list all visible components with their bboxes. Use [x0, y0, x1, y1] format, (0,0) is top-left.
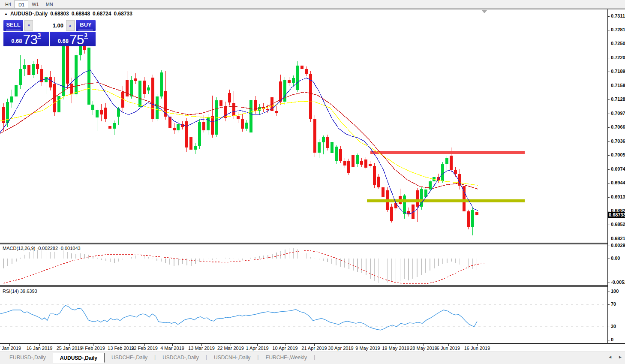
- macd-indicator-canvas[interactable]: [0, 245, 607, 285]
- tab-usdchf-daily[interactable]: USDCHF-,Daily: [105, 353, 154, 363]
- rsi-axis-label: 0: [611, 337, 613, 342]
- date-axis-label: 7 Jan 2019: [0, 346, 21, 351]
- axis-tick: [608, 72, 610, 72]
- collapse-triangle-icon[interactable]: ▲: [4, 12, 8, 16]
- date-axis-label: 4 Mar 2019: [160, 346, 184, 351]
- date-axis-label: 19 May 2019: [382, 346, 409, 351]
- date-axis-label: 25 Jan 2019: [57, 346, 83, 351]
- axis-tick: [608, 304, 610, 305]
- axis-tick: [608, 99, 610, 100]
- tab-audusd-daily[interactable]: AUDUSD-,Daily: [53, 353, 105, 363]
- timeframe-button-mn[interactable]: MN: [42, 0, 57, 8]
- buy-price-main: 0.68: [58, 37, 69, 45]
- volume-box: ▼ ▲: [24, 20, 75, 31]
- volume-increase-button[interactable]: ▲: [66, 20, 74, 31]
- axis-tick: [608, 16, 610, 17]
- rsi-label: RSI(14) 39.6393: [3, 289, 37, 294]
- horizontal-level-line[interactable]: [367, 199, 525, 202]
- volume-input[interactable]: [33, 20, 66, 31]
- macd-axis-label: 0.00: [611, 256, 620, 261]
- axis-tick: [608, 58, 610, 58]
- ohlc-close: 0.68733: [114, 11, 132, 17]
- buy-price-display[interactable]: 0.68 75 3: [50, 32, 96, 46]
- sell-button[interactable]: SELL: [3, 20, 23, 31]
- date-axis-label: 4 Feb 2019: [81, 346, 105, 351]
- one-click-trading-panel: SELL ▼ ▲ BUY 0.68 73 3 0.68 75 3: [3, 20, 96, 46]
- price-axis-label: 0.72810: [611, 27, 625, 32]
- price-axis-label: 0.70360: [611, 138, 625, 144]
- date-axis-label: 9 May 2019: [355, 346, 380, 351]
- price-axis-label: 0.71585: [611, 83, 625, 88]
- rsi-axis-label: 30: [611, 324, 616, 329]
- price-axis-label: 0.70665: [611, 124, 625, 129]
- macd-label: MACD(12,26,9) -0.002282 -0.001043: [3, 246, 81, 251]
- tab-separator: |: [314, 353, 315, 363]
- candles: [2, 39, 478, 235]
- chart-shift-marker-icon[interactable]: [482, 10, 487, 13]
- pane-splitter-macd[interactable]: [0, 243, 607, 244]
- axis-tick: [608, 44, 610, 44]
- axis-tick: [608, 340, 610, 340]
- price-axis-label: 0.71280: [611, 96, 625, 102]
- price-axis-label: 0.69130: [611, 194, 625, 199]
- buy-button[interactable]: BUY: [76, 20, 96, 31]
- axis-tick: [608, 225, 610, 225]
- pane-splitter-rsi[interactable]: [0, 285, 607, 287]
- axis-tick: [608, 127, 610, 128]
- axis-tick: [608, 169, 610, 170]
- volume-decrease-button[interactable]: ▼: [25, 20, 33, 31]
- date-axis-label: 21 Apr 2019: [301, 346, 327, 351]
- buy-price-pipette: 3: [84, 33, 88, 39]
- tab-scroll-right-icon[interactable]: ►: [618, 355, 622, 359]
- sell-price-display[interactable]: 0.68 73 3: [3, 32, 49, 46]
- date-axis-label: 13 Mar 2019: [188, 346, 215, 351]
- ohlc-low: 0.68724: [93, 11, 111, 17]
- price-axis-label: 0.70970: [611, 111, 625, 116]
- price-axis-label: 0.71890: [611, 69, 625, 74]
- timeframe-button-d1[interactable]: D1: [15, 0, 28, 8]
- axis-tick: [608, 30, 610, 30]
- date-axis-label: 16 Jun 2019: [464, 346, 490, 351]
- timeframe-toolbar: H4D1W1MN: [0, 0, 625, 8]
- axis-tick: [608, 183, 610, 184]
- axis-tick: [608, 283, 610, 283]
- rsi-axis-label: 70: [611, 301, 616, 307]
- date-axis-label: 22 Feb 2019: [131, 346, 158, 351]
- price-axis-label: 0.69440: [611, 180, 625, 185]
- sell-price-pipette: 3: [37, 33, 41, 39]
- tab-eurchf-weekly[interactable]: EURCHF-,Weekly: [258, 353, 313, 363]
- axis-tick: [608, 141, 610, 142]
- rsi-indicator-canvas[interactable]: [0, 287, 607, 343]
- axis-tick: [608, 239, 610, 239]
- chart-title: ▲ AUDUSD-,Daily 0.68803 0.68848 0.68724 …: [4, 11, 132, 17]
- timeframe-button-w1[interactable]: W1: [28, 0, 42, 8]
- axis-tick: [608, 86, 610, 86]
- date-axis-label: 16 Jan 2019: [27, 346, 53, 351]
- axis-tick: [608, 259, 610, 259]
- date-axis-label: 22 Mar 2019: [217, 346, 244, 351]
- date-axis-label: 28 May 2019: [410, 346, 437, 351]
- date-axis-label: 13 Feb 2019: [108, 346, 134, 351]
- current-price-tag: 0.68733: [608, 212, 625, 218]
- date-axis-label: 6 Jun 2019: [437, 346, 460, 351]
- tab-usdcad-daily[interactable]: USDCAD-,Daily: [156, 353, 206, 363]
- axis-tick: [608, 155, 610, 156]
- tab-scroll-left-icon[interactable]: ◄: [608, 355, 612, 359]
- chart-tab-bar: EURUSD-,DailyAUDUSD-,DailyUSDCHF-,Daily|…: [0, 352, 625, 364]
- price-axis-label: 0.69745: [611, 166, 625, 171]
- tab-eurusd-daily[interactable]: EURUSD-,Daily: [3, 353, 53, 363]
- axis-tick: [608, 211, 610, 211]
- price-axis-label: 0.68210: [611, 236, 625, 241]
- horizontal-level-line[interactable]: [370, 151, 525, 154]
- time-axis[interactable]: 7 Jan 201916 Jan 201925 Jan 20194 Feb 20…: [0, 344, 625, 352]
- chart-symbol-label: AUDUSD-,Daily: [10, 11, 48, 17]
- timeframe-button-h4[interactable]: H4: [2, 0, 15, 8]
- price-axis[interactable]: 0.731150.728100.725050.722000.718900.715…: [607, 9, 625, 343]
- axis-tick: [608, 327, 610, 327]
- axis-tick: [608, 246, 610, 246]
- macd-axis-label: -0.005256: [611, 280, 625, 285]
- price-axis-label: 0.68520: [611, 222, 625, 227]
- macd-axis-label: 0.002984: [611, 243, 625, 248]
- ohlc-high: 0.68848: [72, 11, 90, 17]
- tab-usdcnh-daily[interactable]: USDCNH-,Daily: [207, 353, 257, 363]
